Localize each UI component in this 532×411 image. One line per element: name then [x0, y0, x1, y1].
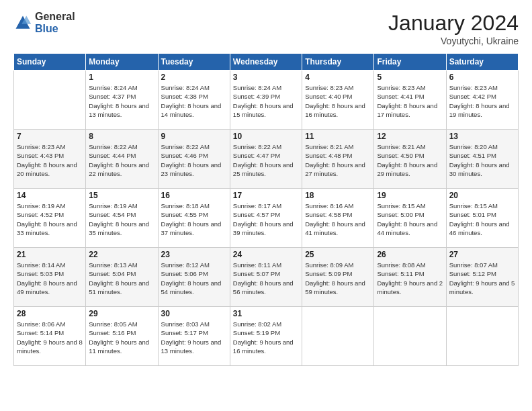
- cell-info: Sunrise: 8:23 AMSunset: 4:43 PMDaylight:…: [17, 142, 83, 178]
- day-number: 9: [161, 132, 227, 141]
- cell-info: Sunrise: 8:07 AMSunset: 5:12 PMDaylight:…: [449, 261, 515, 296]
- day-number: 4: [305, 73, 371, 82]
- month-title: January 2024: [388, 11, 519, 36]
- day-number: 23: [161, 250, 227, 259]
- day-number: 8: [89, 132, 154, 141]
- cell-info: Sunrise: 8:14 AMSunset: 5:03 PMDaylight:…: [17, 261, 83, 296]
- cell-info: Sunrise: 8:18 AMSunset: 4:55 PMDaylight:…: [161, 201, 227, 237]
- table-cell: 16Sunrise: 8:18 AMSunset: 4:55 PMDayligh…: [158, 189, 230, 248]
- table-cell: 15Sunrise: 8:19 AMSunset: 4:54 PMDayligh…: [86, 189, 158, 248]
- cell-info: Sunrise: 8:22 AMSunset: 4:47 PMDaylight:…: [233, 142, 299, 178]
- logo: General Blue: [13, 11, 75, 34]
- table-cell: 23Sunrise: 8:12 AMSunset: 5:06 PMDayligh…: [158, 248, 230, 307]
- cell-info: Sunrise: 8:08 AMSunset: 5:11 PMDaylight:…: [377, 261, 443, 296]
- table-cell: 10Sunrise: 8:22 AMSunset: 4:47 PMDayligh…: [230, 130, 302, 189]
- table-cell: 14Sunrise: 8:19 AMSunset: 4:52 PMDayligh…: [14, 189, 86, 248]
- cell-info: Sunrise: 8:09 AMSunset: 5:09 PMDaylight:…: [305, 261, 371, 296]
- cell-info: Sunrise: 8:21 AMSunset: 4:48 PMDaylight:…: [305, 142, 371, 178]
- table-cell: 27Sunrise: 8:07 AMSunset: 5:12 PMDayligh…: [446, 248, 518, 307]
- cell-info: Sunrise: 8:19 AMSunset: 4:54 PMDaylight:…: [89, 201, 154, 237]
- day-number: 20: [449, 191, 515, 200]
- table-cell: 7Sunrise: 8:23 AMSunset: 4:43 PMDaylight…: [14, 130, 86, 189]
- day-number: 5: [377, 73, 443, 82]
- col-tuesday: Tuesday: [158, 54, 230, 71]
- day-number: 25: [305, 250, 371, 259]
- cell-info: Sunrise: 8:24 AMSunset: 4:39 PMDaylight:…: [233, 83, 299, 119]
- logo-icon: [13, 13, 32, 32]
- day-number: 22: [89, 250, 154, 259]
- week-row-3: 14Sunrise: 8:19 AMSunset: 4:52 PMDayligh…: [14, 189, 519, 248]
- col-sunday: Sunday: [14, 54, 86, 71]
- day-number: 26: [377, 250, 443, 259]
- cell-info: Sunrise: 8:19 AMSunset: 4:52 PMDaylight:…: [17, 201, 83, 237]
- table-cell: [374, 307, 446, 366]
- cell-info: Sunrise: 8:16 AMSunset: 4:58 PMDaylight:…: [305, 201, 371, 237]
- day-number: 19: [377, 191, 443, 200]
- table-cell: 30Sunrise: 8:03 AMSunset: 5:17 PMDayligh…: [158, 307, 230, 366]
- col-thursday: Thursday: [302, 54, 374, 71]
- week-row-1: 1Sunrise: 8:24 AMSunset: 4:37 PMDaylight…: [14, 71, 519, 130]
- day-number: 18: [305, 191, 371, 200]
- cell-info: Sunrise: 8:13 AMSunset: 5:04 PMDaylight:…: [89, 261, 154, 296]
- day-number: 21: [17, 250, 83, 259]
- week-row-4: 21Sunrise: 8:14 AMSunset: 5:03 PMDayligh…: [14, 248, 519, 307]
- table-cell: 31Sunrise: 8:02 AMSunset: 5:19 PMDayligh…: [230, 307, 302, 366]
- col-friday: Friday: [374, 54, 446, 71]
- logo-text: General Blue: [35, 11, 75, 34]
- cell-info: Sunrise: 8:12 AMSunset: 5:06 PMDaylight:…: [161, 261, 227, 296]
- table-cell: 25Sunrise: 8:09 AMSunset: 5:09 PMDayligh…: [302, 248, 374, 307]
- table-cell: 17Sunrise: 8:17 AMSunset: 4:57 PMDayligh…: [230, 189, 302, 248]
- table-cell: 4Sunrise: 8:23 AMSunset: 4:40 PMDaylight…: [302, 71, 374, 130]
- day-number: 2: [161, 73, 227, 82]
- cell-info: Sunrise: 8:24 AMSunset: 4:38 PMDaylight:…: [161, 83, 227, 119]
- day-number: 12: [377, 132, 443, 141]
- table-cell: [14, 71, 86, 130]
- page: General Blue January 2024 Voyutychi, Ukr…: [0, 0, 532, 411]
- day-number: 11: [305, 132, 371, 141]
- table-cell: 18Sunrise: 8:16 AMSunset: 4:58 PMDayligh…: [302, 189, 374, 248]
- col-saturday: Saturday: [446, 54, 518, 71]
- cell-info: Sunrise: 8:11 AMSunset: 5:07 PMDaylight:…: [233, 261, 299, 296]
- cell-info: Sunrise: 8:02 AMSunset: 5:19 PMDaylight:…: [233, 320, 299, 355]
- day-number: 3: [233, 73, 299, 82]
- day-number: 6: [449, 73, 515, 82]
- cell-info: Sunrise: 8:24 AMSunset: 4:37 PMDaylight:…: [89, 83, 154, 119]
- table-cell: 21Sunrise: 8:14 AMSunset: 5:03 PMDayligh…: [14, 248, 86, 307]
- table-cell: 13Sunrise: 8:20 AMSunset: 4:51 PMDayligh…: [446, 130, 518, 189]
- cell-info: Sunrise: 8:15 AMSunset: 5:00 PMDaylight:…: [377, 201, 443, 237]
- cell-info: Sunrise: 8:22 AMSunset: 4:44 PMDaylight:…: [89, 142, 154, 178]
- cell-info: Sunrise: 8:23 AMSunset: 4:42 PMDaylight:…: [449, 83, 515, 119]
- table-cell: [446, 307, 518, 366]
- day-number: 29: [89, 309, 154, 318]
- day-number: 17: [233, 191, 299, 200]
- cell-info: Sunrise: 8:21 AMSunset: 4:50 PMDaylight:…: [377, 142, 443, 178]
- table-cell: 29Sunrise: 8:05 AMSunset: 5:16 PMDayligh…: [86, 307, 158, 366]
- day-number: 10: [233, 132, 299, 141]
- table-cell: 9Sunrise: 8:22 AMSunset: 4:46 PMDaylight…: [158, 130, 230, 189]
- logo-blue: Blue: [35, 23, 75, 35]
- col-monday: Monday: [86, 54, 158, 71]
- cell-info: Sunrise: 8:23 AMSunset: 4:40 PMDaylight:…: [305, 83, 371, 119]
- location-title: Voyutychi, Ukraine: [388, 36, 519, 46]
- day-number: 31: [233, 309, 299, 318]
- table-cell: 28Sunrise: 8:06 AMSunset: 5:14 PMDayligh…: [14, 307, 86, 366]
- table-cell: 3Sunrise: 8:24 AMSunset: 4:39 PMDaylight…: [230, 71, 302, 130]
- day-number: 28: [17, 309, 83, 318]
- day-number: 24: [233, 250, 299, 259]
- calendar: Sunday Monday Tuesday Wednesday Thursday…: [13, 53, 519, 366]
- day-number: 13: [449, 132, 515, 141]
- cell-info: Sunrise: 8:15 AMSunset: 5:01 PMDaylight:…: [449, 201, 515, 237]
- day-number: 27: [449, 250, 515, 259]
- day-number: 16: [161, 191, 227, 200]
- cell-info: Sunrise: 8:03 AMSunset: 5:17 PMDaylight:…: [161, 320, 227, 355]
- cell-info: Sunrise: 8:22 AMSunset: 4:46 PMDaylight:…: [161, 142, 227, 178]
- col-wednesday: Wednesday: [230, 54, 302, 71]
- day-number: 30: [161, 309, 227, 318]
- day-number: 7: [17, 132, 83, 141]
- cell-info: Sunrise: 8:17 AMSunset: 4:57 PMDaylight:…: [233, 201, 299, 237]
- table-cell: 24Sunrise: 8:11 AMSunset: 5:07 PMDayligh…: [230, 248, 302, 307]
- table-cell: 8Sunrise: 8:22 AMSunset: 4:44 PMDaylight…: [86, 130, 158, 189]
- week-row-2: 7Sunrise: 8:23 AMSunset: 4:43 PMDaylight…: [14, 130, 519, 189]
- day-number: 14: [17, 191, 83, 200]
- table-cell: [302, 307, 374, 366]
